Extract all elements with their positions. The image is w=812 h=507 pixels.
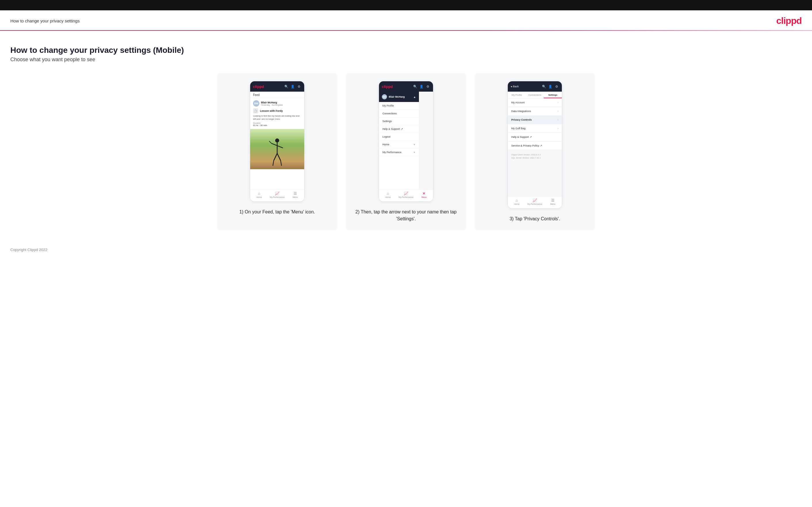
- footer: Copyright Clippd 2022: [0, 242, 812, 259]
- settings-account-label: My Account: [511, 101, 525, 104]
- account-chevron-icon: ›: [558, 101, 558, 104]
- menu-user-row: BM Blair McHarg ▲: [379, 92, 419, 102]
- step2-perf-icon: 📈: [404, 191, 408, 195]
- lesson-icon: 📋: [253, 108, 258, 113]
- top-bar: [0, 0, 812, 10]
- menu-label: Menu: [293, 196, 298, 198]
- step1-logo: clippd: [253, 84, 264, 89]
- settings-list: My Account › Data Integrations › Privacy…: [508, 99, 562, 150]
- menu-item-home: Home ▼: [379, 141, 419, 149]
- lesson-desc: Looking to feel like my hands are exitin…: [253, 115, 301, 121]
- svg-line-4: [277, 146, 283, 148]
- menu-item-profile: My Profile: [379, 102, 419, 110]
- settings-integrations-label: Data Integrations: [511, 110, 531, 113]
- step1-nav-icons: 🔍 👤 ⚙: [284, 84, 301, 89]
- step2-bottom-nav: ⌂ Home 📈 My Performance ✕ Menu: [379, 189, 433, 202]
- step3-bottom-nav: ⌂ Home 📈 My Performance ☰ Menu: [508, 196, 562, 208]
- duration-label: Duration: [253, 122, 301, 124]
- post-user-name: Blair McHarg: [261, 101, 283, 104]
- step2-search-icon: 🔍: [413, 84, 417, 89]
- svg-line-2: [271, 143, 277, 146]
- duration-value: 01 hr : 30 min: [253, 124, 301, 127]
- settings-item-golfbag: My Golf Bag ›: [508, 124, 562, 133]
- settings-tabs: My Profile Connections Settings: [508, 92, 562, 99]
- menu-avatar: BM: [382, 94, 387, 99]
- menu-chevron-up: ▲: [413, 95, 416, 99]
- step3-nav-performance: 📈 My Performance: [526, 198, 544, 207]
- integrations-chevron-icon: ›: [558, 110, 558, 113]
- home-label: Home: [256, 196, 262, 198]
- step2-settings-icon: ⚙: [425, 84, 430, 89]
- header-divider: [0, 30, 812, 31]
- page-subheading: Choose what you want people to see: [10, 57, 802, 63]
- step2-nav-menu: ✕ Menu: [415, 191, 433, 200]
- step2-home-label: Home: [385, 196, 391, 198]
- menu-item-logout: Logout: [379, 133, 419, 141]
- step3-menu-icon: ☰: [551, 198, 555, 203]
- golf-image: [250, 129, 304, 169]
- svg-point-0: [275, 138, 279, 143]
- step2-nav-icons: 🔍 👤 ⚙: [413, 84, 430, 89]
- menu-user-name: Blair McHarg: [389, 95, 405, 98]
- step2-menu-label: Menu: [421, 196, 427, 198]
- lesson-title: Lesson with Fordy: [260, 109, 283, 112]
- chevron-down-icon-2: ▼: [413, 151, 415, 154]
- step2-nav-home: ⌂ Home: [379, 191, 397, 200]
- step-3-card: ◂ Back 🔍 👤 ⚙ My Profile Connections Sett…: [474, 73, 595, 230]
- settings-item-service: Service & Privacy Policy ↗: [508, 142, 562, 150]
- settings-privacy-label: Privacy Controls: [511, 118, 532, 121]
- nav-menu: ☰ Menu: [286, 191, 304, 200]
- svg-line-6: [277, 153, 281, 161]
- step3-nav-menu: ☰ Menu: [544, 198, 562, 207]
- step3-perf-icon: 📈: [532, 198, 537, 203]
- search-icon: 🔍: [284, 84, 289, 89]
- tab-myprofile: My Profile: [508, 92, 526, 98]
- svg-line-7: [273, 161, 274, 166]
- menu-home-label: Home: [383, 143, 389, 146]
- step3-perf-label: My Performance: [527, 203, 542, 205]
- svg-line-5: [274, 153, 277, 161]
- step2-content-area: BM Blair McHarg ▲ My Profile Connections…: [379, 92, 433, 189]
- steps-grid: clippd 🔍 👤 ⚙ Feed BM Blair McHarg: [10, 73, 802, 230]
- step3-navbar: ◂ Back 🔍 👤 ⚙: [508, 81, 562, 92]
- step2-logo: clippd: [382, 84, 393, 89]
- privacy-chevron-icon: ›: [558, 118, 558, 121]
- settings-item-privacy: Privacy Controls ›: [508, 116, 562, 124]
- user-icon: 👤: [291, 84, 295, 89]
- step3-nav-home: ⌂ Home: [508, 198, 526, 207]
- performance-label: My Performance: [270, 196, 285, 198]
- menu-item-connections: Connections: [379, 110, 419, 117]
- step2-bg-overlay: [419, 92, 433, 189]
- step1-navbar: clippd 🔍 👤 ⚙: [250, 81, 304, 92]
- svg-line-3: [269, 141, 271, 143]
- menu-overlay: BM Blair McHarg ▲ My Profile Connections…: [379, 92, 433, 189]
- step3-user-icon: 👤: [548, 84, 553, 89]
- step-2-card: clippd 🔍 👤 ⚙ BM: [346, 73, 466, 230]
- step3-home-icon: ⌂: [515, 198, 518, 203]
- menu-performance-label: My Performance: [383, 151, 401, 154]
- feed-post: BM Blair McHarg Yesterday · Sunningdale …: [250, 98, 304, 129]
- logo: clippd: [776, 15, 802, 26]
- settings-golfbag-label: My Golf Bag: [511, 127, 525, 130]
- settings-icon: ⚙: [297, 84, 301, 89]
- copyright-text: Copyright Clippd 2022: [10, 247, 47, 252]
- golfbag-chevron-icon: ›: [558, 127, 558, 130]
- settings-item-help: Help & Support ↗: [508, 133, 562, 141]
- step2-navbar: clippd 🔍 👤 ⚙: [379, 81, 433, 92]
- menu-user-info: BM Blair McHarg: [382, 94, 405, 99]
- post-avatar: BM: [253, 100, 259, 107]
- menu-item-settings: Settings: [379, 117, 419, 125]
- post-location: Yesterday · Sunningdale: [261, 104, 283, 106]
- golfer-svg: [268, 137, 286, 166]
- step2-menu-icon: ✕: [422, 191, 425, 195]
- home-icon: ⌂: [258, 191, 260, 195]
- menu-icon: ☰: [294, 191, 297, 195]
- step2-nav-performance: 📈 My Performance: [397, 191, 415, 200]
- settings-help-label: Help & Support ↗: [511, 135, 532, 138]
- step3-caption: 3) Tap 'Privacy Controls'.: [509, 215, 560, 222]
- nav-performance: 📈 My Performance: [268, 191, 287, 200]
- step2-caption: 2) Then, tap the arrow next to your name…: [353, 209, 459, 222]
- step3-search-icon: 🔍: [542, 84, 546, 89]
- settings-service-label: Service & Privacy Policy ↗: [511, 144, 542, 147]
- post-header: BM Blair McHarg Yesterday · Sunningdale: [253, 100, 301, 107]
